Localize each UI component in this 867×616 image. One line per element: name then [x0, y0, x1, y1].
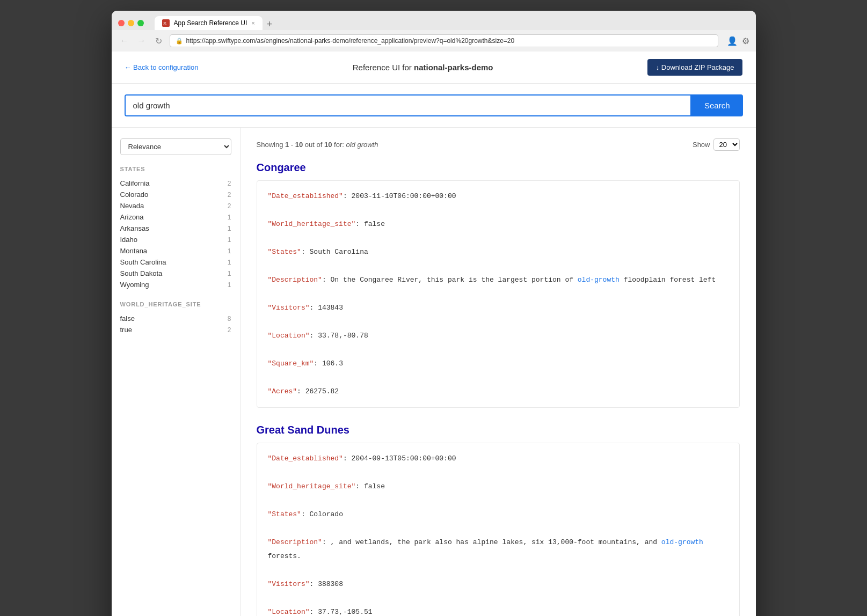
- field-date-established: "Date_established": 2003-11-10T06:00:00+…: [268, 189, 728, 203]
- facet-item[interactable]: Wyoming 1: [120, 279, 231, 290]
- facet-item[interactable]: false 8: [120, 313, 231, 324]
- sort-select[interactable]: Relevance: [120, 138, 231, 155]
- back-nav-button[interactable]: ←: [118, 34, 131, 47]
- facet-item[interactable]: Colorado 2: [120, 189, 231, 200]
- results-total: 10: [324, 141, 332, 149]
- field-colon: :: [310, 580, 318, 588]
- field-value: 106.3: [322, 360, 343, 368]
- field-acres: "Acres": 26275.82: [268, 385, 728, 399]
- search-button[interactable]: Search: [691, 94, 743, 116]
- close-button-traffic[interactable]: [118, 20, 125, 26]
- maximize-button-traffic[interactable]: [137, 20, 144, 26]
- facet-count: 2: [228, 191, 231, 199]
- field-visitors: "Visitors": 143843: [268, 301, 728, 315]
- search-input[interactable]: [126, 96, 690, 115]
- result-title-link-congaree[interactable]: Congaree: [257, 162, 740, 174]
- tab-close-button[interactable]: ×: [251, 20, 254, 26]
- show-label: Show: [693, 141, 710, 149]
- facet-count: 2: [228, 180, 231, 187]
- facet-item[interactable]: South Carolina 1: [120, 256, 231, 268]
- highlight-text: old-growth: [661, 538, 703, 546]
- facet-item[interactable]: South Dakota 1: [120, 268, 231, 279]
- minimize-button-traffic[interactable]: [128, 20, 134, 26]
- field-world-heritage: "World_heritage_site": false: [268, 480, 728, 494]
- field-colon: :: [301, 510, 310, 518]
- header-title: Reference UI for national-parks-demo: [353, 63, 493, 72]
- field-colon: :: [297, 387, 305, 395]
- field-location: "Location": 33.78,-80.78: [268, 329, 728, 343]
- result-card-great-sand-dunes: Great Sand Dunes "Date_established": 200…: [257, 424, 740, 616]
- results-query: old growth: [346, 141, 378, 149]
- facet-item[interactable]: Arkansas 1: [120, 223, 231, 234]
- browser-window: S App Search Reference UI × + ← → ↻ 🔒 ht…: [112, 11, 756, 616]
- facet-count: 2: [228, 202, 231, 210]
- facet-label: false: [120, 314, 135, 322]
- facet-item[interactable]: true 2: [120, 324, 231, 335]
- facet-item[interactable]: Idaho 1: [120, 234, 231, 245]
- field-value: 37.73,-105.51: [318, 608, 372, 616]
- field-key: "States": [268, 248, 301, 256]
- field-value: Colorado: [310, 510, 343, 518]
- field-states: "States": Colorado: [268, 508, 728, 522]
- field-value: 33.78,-80.78: [318, 332, 368, 340]
- search-input-wrapper: [125, 94, 691, 116]
- facet-item[interactable]: Arizona 1: [120, 211, 231, 223]
- svg-text:S: S: [163, 21, 166, 26]
- address-bar[interactable]: 🔒 https://app.swiftype.com/as/engines/na…: [170, 34, 718, 47]
- facet-label: South Carolina: [120, 258, 166, 266]
- download-zip-button[interactable]: ↓ Download ZIP Package: [647, 59, 743, 76]
- facet-world-heritage: WORLD_HERITAGE_SITE false 8 true 2: [120, 301, 231, 335]
- field-colon: :: [310, 304, 318, 312]
- facet-states: STATES California 2 Colorado 2 Nevada 2: [120, 166, 231, 290]
- browser-toolbar: ← → ↻ 🔒 https://app.swiftype.com/as/engi…: [112, 30, 756, 52]
- field-key: "World_heritage_site": [268, 220, 356, 228]
- back-to-config-link[interactable]: ← Back to configuration: [125, 63, 199, 71]
- facet-label: Montana: [120, 247, 148, 255]
- field-key: "Description": [268, 538, 322, 546]
- new-tab-button[interactable]: +: [263, 19, 277, 30]
- field-value: On the Congaree River, this park is the …: [331, 276, 578, 284]
- url-text: https://app.swiftype.com/as/engines/nati…: [186, 37, 515, 45]
- facet-count: 2: [228, 326, 231, 334]
- active-tab[interactable]: S App Search Reference UI ×: [155, 16, 263, 30]
- field-colon: :: [343, 454, 352, 463]
- field-value: South Carolina: [310, 248, 368, 256]
- header-title-prefix: Reference UI for: [353, 63, 414, 72]
- show-per-page-select[interactable]: 20: [713, 138, 740, 151]
- field-location: "Location": 37.73,-105.51: [268, 605, 728, 616]
- field-value: false: [364, 220, 385, 228]
- facet-item[interactable]: Montana 1: [120, 245, 231, 256]
- field-key: "Visitors": [268, 304, 310, 312]
- forward-nav-button[interactable]: →: [135, 34, 148, 47]
- profile-icon[interactable]: 👤: [727, 36, 738, 46]
- facet-label: Arizona: [120, 213, 144, 221]
- tab-bar: S App Search Reference UI × +: [155, 16, 277, 30]
- reload-nav-button[interactable]: ↻: [152, 34, 165, 47]
- field-value-after: forests.: [268, 552, 301, 560]
- results-area: Showing 1 - 10 out of 10 for: old growth…: [241, 128, 756, 616]
- field-colon: :: [322, 538, 331, 546]
- result-title-link-great-sand-dunes[interactable]: Great Sand Dunes: [257, 424, 740, 436]
- field-square-km: "Square_km": 106.3: [268, 357, 728, 371]
- facet-label: Nevada: [120, 202, 144, 210]
- field-description: "Description": , and wetlands, the park …: [268, 536, 728, 563]
- field-key: "World_heritage_site": [268, 482, 356, 490]
- facet-label: Idaho: [120, 236, 138, 244]
- facet-world-heritage-title: WORLD_HERITAGE_SITE: [120, 301, 231, 307]
- facet-item[interactable]: California 2: [120, 178, 231, 189]
- facet-count: 1: [228, 225, 231, 232]
- extensions-icon[interactable]: ⚙: [742, 36, 749, 46]
- field-value: false: [364, 482, 385, 490]
- field-colon: :: [343, 192, 352, 200]
- field-key: "Location": [268, 332, 310, 340]
- results-count-text: Showing 1 - 10 out of 10 for: old growth: [257, 141, 378, 149]
- facet-label: South Dakota: [120, 269, 163, 277]
- facet-item[interactable]: Nevada 2: [120, 200, 231, 211]
- facet-count: 1: [228, 259, 231, 266]
- browser-titlebar: S App Search Reference UI × +: [112, 11, 756, 30]
- field-key: "Date_established": [268, 454, 343, 463]
- field-colon: :: [310, 332, 318, 340]
- field-key: "States": [268, 510, 301, 518]
- field-value: , and wetlands, the park also has alpine…: [331, 538, 661, 546]
- field-visitors: "Visitors": 388308: [268, 577, 728, 591]
